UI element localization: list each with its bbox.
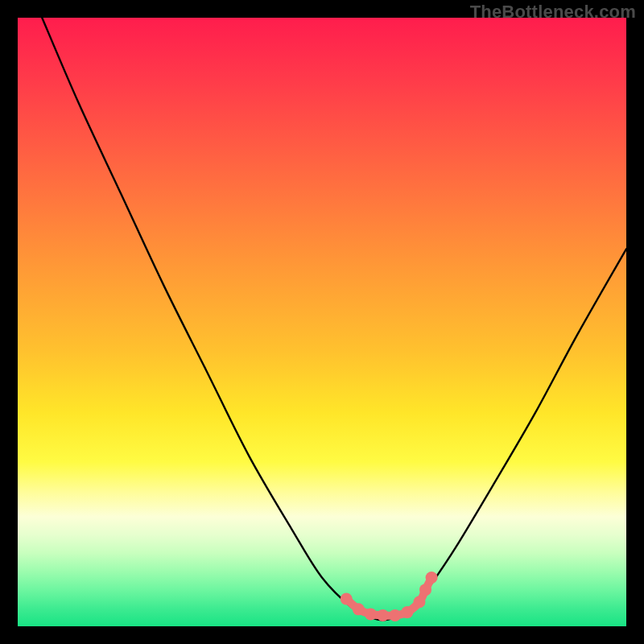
highlight-dot — [365, 608, 377, 620]
highlight-dot — [413, 596, 425, 608]
highlight-dot — [426, 572, 438, 584]
highlight-dot — [401, 606, 413, 618]
gradient-plot-area — [18, 18, 626, 626]
bottleneck-curve-path — [42, 18, 626, 620]
highlight-dot — [389, 609, 401, 621]
highlight-dot — [419, 584, 431, 596]
chart-frame: TheBottleneck.com — [0, 0, 644, 644]
highlight-dot — [353, 603, 365, 615]
highlight-dot — [377, 609, 389, 621]
highlight-dot — [341, 592, 353, 605]
bottleneck-curve-svg — [18, 18, 626, 626]
